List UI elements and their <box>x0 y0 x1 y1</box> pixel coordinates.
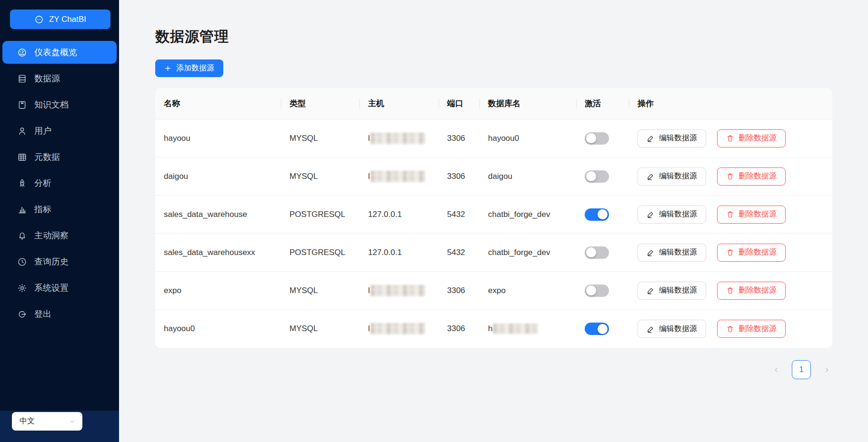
bell-icon <box>17 231 27 241</box>
edit-datasource-label: 编辑数据源 <box>659 324 697 334</box>
cell-name: hayoou <box>155 119 281 157</box>
cell-database: daigou <box>479 157 576 195</box>
sidebar-item-users[interactable]: 用户 <box>2 119 117 142</box>
trash-icon <box>726 325 734 333</box>
gear-icon <box>17 283 27 293</box>
delete-datasource-button[interactable]: 删除数据源 <box>717 206 786 224</box>
cell-name: sales_data_warehousexx <box>155 234 281 271</box>
edit-datasource-button[interactable]: 编辑数据源 <box>638 167 706 186</box>
database-icon <box>17 74 27 84</box>
cell-port: 3306 <box>439 272 479 309</box>
sidebar-item-insights[interactable]: 主动洞察 <box>2 224 117 247</box>
edit-pencil-icon <box>647 286 655 295</box>
edit-datasource-button[interactable]: 编辑数据源 <box>638 206 706 224</box>
delete-datasource-label: 删除数据源 <box>738 247 777 257</box>
edit-datasource-button[interactable]: 编辑数据源 <box>638 244 706 262</box>
cell-active <box>576 119 629 157</box>
cell-host: 127.0.0.1 <box>359 196 439 233</box>
sidebar-item-label: 主动洞察 <box>34 230 69 241</box>
language-select[interactable]: 中文 <box>12 412 82 431</box>
cell-actions: 编辑数据源 删除数据源 <box>629 310 832 348</box>
table-row: sales_data_warehousexx POSTGRESQL 127.0.… <box>155 234 832 272</box>
cell-host: l <box>359 272 439 309</box>
cell-name: daigou <box>155 157 281 195</box>
sidebar: ZY ChatBI 仪表盘概览 数据源 知识文档 <box>0 0 119 442</box>
active-toggle[interactable] <box>585 132 609 145</box>
cell-name: hayoou0 <box>155 310 281 348</box>
edit-datasource-label: 编辑数据源 <box>659 209 697 219</box>
cell-port: 3306 <box>439 310 479 348</box>
cell-host: 127.0.0.1 <box>359 234 439 271</box>
brand-button[interactable]: ZY ChatBI <box>10 10 110 29</box>
prev-page-button[interactable] <box>770 364 782 375</box>
document-icon <box>17 100 27 110</box>
host-redacted-blur <box>370 133 425 144</box>
sidebar-item-datasources[interactable]: 数据源 <box>2 67 117 90</box>
delete-datasource-button[interactable]: 删除数据源 <box>717 167 786 186</box>
sidebar-item-label: 指标 <box>34 204 51 215</box>
cell-host: l <box>359 119 439 157</box>
page-number-button[interactable]: 1 <box>792 360 811 379</box>
cell-database: chatbi_forge_dev <box>479 234 576 271</box>
sidebar-item-metrics[interactable]: 指标 <box>2 198 117 221</box>
add-datasource-button[interactable]: 添加数据源 <box>155 59 223 77</box>
edit-datasource-button[interactable]: 编辑数据源 <box>638 282 706 300</box>
sidebar-item-label: 元数据 <box>34 151 60 163</box>
active-toggle[interactable] <box>585 246 609 259</box>
sidebar-item-settings[interactable]: 系统设置 <box>2 276 117 299</box>
edit-datasource-button[interactable]: 编辑数据源 <box>638 320 706 338</box>
table-header: 名称 类型 主机 端口 数据库名 激活 操作 <box>155 88 832 119</box>
active-toggle[interactable] <box>585 285 609 297</box>
active-toggle[interactable] <box>585 170 609 183</box>
sidebar-item-dashboard[interactable]: 仪表盘概览 <box>2 41 117 64</box>
edit-pencil-icon <box>647 210 655 218</box>
sidebar-item-logout[interactable]: 登出 <box>2 303 117 325</box>
cell-type: MYSQL <box>281 310 359 348</box>
trash-icon <box>726 210 734 218</box>
cell-actions: 编辑数据源 删除数据源 <box>629 234 832 271</box>
column-header-active: 激活 <box>576 88 629 119</box>
host-redacted-blur <box>370 323 425 334</box>
delete-datasource-button[interactable]: 删除数据源 <box>717 129 786 147</box>
cell-name: sales_data_warehouse <box>155 196 281 233</box>
pagination: 1 <box>155 360 832 379</box>
delete-datasource-button[interactable]: 删除数据源 <box>717 282 786 300</box>
delete-datasource-button[interactable]: 删除数据源 <box>717 244 786 262</box>
chevron-down-icon <box>69 418 76 425</box>
delete-datasource-label: 删除数据源 <box>738 285 777 295</box>
edit-datasource-button[interactable]: 编辑数据源 <box>638 129 706 147</box>
column-header-type: 类型 <box>281 88 359 119</box>
sidebar-item-query-history[interactable]: 查询历史 <box>2 250 117 273</box>
column-header-host: 主机 <box>359 88 439 119</box>
main-content: 数据源管理 添加数据源 名称 类型 主机 端口 数据库名 激活 操作 hayoo… <box>119 0 868 442</box>
next-page-button[interactable] <box>821 364 832 375</box>
active-toggle[interactable] <box>585 323 609 335</box>
cell-type: POSTGRESQL <box>281 234 359 271</box>
page-title: 数据源管理 <box>155 27 868 47</box>
delete-datasource-label: 删除数据源 <box>738 133 777 143</box>
trash-icon <box>726 286 734 295</box>
table-row: hayoou0 MYSQL l 3306 h 编辑数据源 删除数据源 <box>155 310 832 348</box>
sidebar-item-knowledge-docs[interactable]: 知识文档 <box>2 93 117 116</box>
edit-pencil-icon <box>647 248 655 256</box>
delete-datasource-label: 删除数据源 <box>738 324 777 334</box>
active-toggle[interactable] <box>585 208 609 221</box>
sidebar-item-label: 数据源 <box>34 73 60 84</box>
logout-icon <box>17 309 27 319</box>
app-root: ZY ChatBI 仪表盘概览 数据源 知识文档 <box>0 0 868 442</box>
column-header-port: 端口 <box>439 88 479 119</box>
db-redacted-blur <box>493 324 538 334</box>
cell-name: expo <box>155 272 281 309</box>
sidebar-item-analysis[interactable]: 分析 <box>2 172 117 195</box>
delete-datasource-button[interactable]: 删除数据源 <box>717 320 786 338</box>
sidebar-item-label: 系统设置 <box>34 282 69 294</box>
add-datasource-label: 添加数据源 <box>176 63 214 73</box>
sidebar-item-metadata[interactable]: 元数据 <box>2 146 117 168</box>
trash-icon <box>726 172 734 180</box>
chevron-right-icon <box>823 366 830 373</box>
column-header-database: 数据库名 <box>479 88 576 119</box>
cell-actions: 编辑数据源 删除数据源 <box>629 272 832 309</box>
host-redacted-blur <box>370 171 425 182</box>
cell-port: 5432 <box>439 234 479 271</box>
brand-label: ZY ChatBI <box>49 15 86 24</box>
